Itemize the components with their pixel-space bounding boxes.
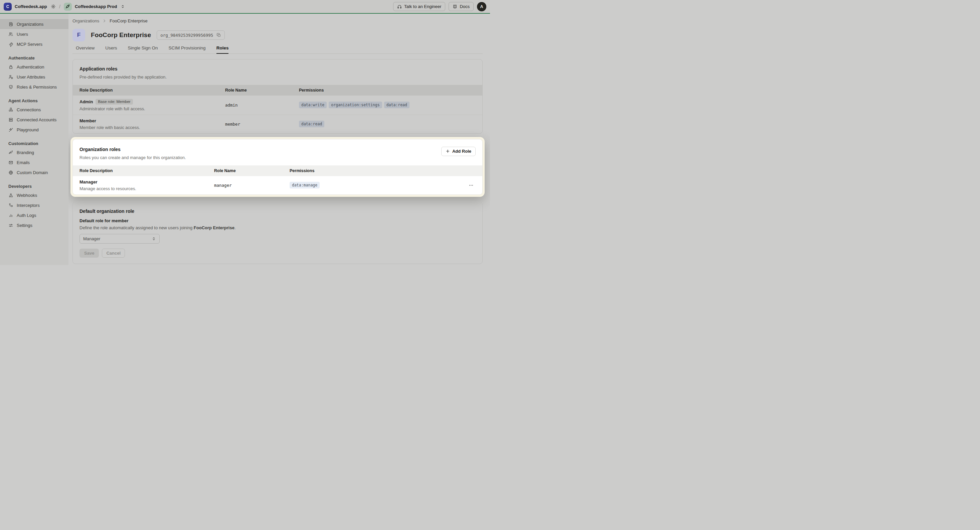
tab-users[interactable]: Users	[105, 45, 117, 54]
paintbrush-icon	[8, 150, 13, 155]
user-gear-icon	[8, 75, 13, 80]
application-roles-card: Application roles Pre-defined roles prov…	[73, 59, 483, 134]
add-role-button[interactable]: Add Role	[441, 147, 476, 156]
organization-roles-subtitle: Roles you can create and manage for this…	[80, 155, 186, 160]
sidebar-item-custom-domain[interactable]: Custom Domain	[0, 168, 68, 177]
sidebar-item-label: Interceptors	[17, 203, 40, 208]
org-header: F FooCorp Enterprise org_984925392999569…	[73, 29, 483, 42]
environment-switcher[interactable]: Coffeedeskapp Prod	[64, 3, 125, 11]
spotlight-ring: Organization roles Roles you can create …	[70, 137, 485, 197]
talk-to-engineer-button[interactable]: Talk to an Engineer	[393, 2, 445, 11]
sidebar-item-roles-permissions[interactable]: Roles & Permissions	[0, 82, 68, 92]
sidebar-item-label: Organizations	[17, 22, 43, 27]
globe-icon	[8, 170, 13, 175]
sidebar-item-connections[interactable]: Connections	[0, 105, 68, 115]
sidebar-item-label: User Attributes	[17, 75, 45, 80]
sidebar-item-connected-accounts[interactable]: Connected Accounts	[0, 115, 68, 125]
select-value: Manager	[83, 236, 100, 241]
page-title: FooCorp Enterprise	[91, 32, 151, 39]
sidebar-item-organizations[interactable]: Organizations	[0, 19, 68, 29]
sidebar-item-label: Webhooks	[17, 193, 37, 198]
sidebar-item-auth-logs[interactable]: Auth Logs	[0, 210, 68, 220]
sidebar-item-label: Connections	[17, 107, 41, 112]
add-role-label: Add Role	[452, 149, 471, 154]
sidebar-item-label: Emails	[17, 160, 30, 165]
accounts-icon	[8, 117, 13, 122]
tab-overview[interactable]: Overview	[76, 45, 94, 54]
role-slug: admin	[225, 102, 299, 108]
organization-roles-card: Organization roles Roles you can create …	[73, 139, 483, 195]
base-role-badge: Base role: Member	[95, 99, 133, 105]
plus-icon	[445, 149, 450, 153]
application-roles-subtitle: Pre-defined roles provided by the applic…	[80, 75, 476, 80]
webhook-icon	[8, 193, 13, 198]
sidebar-item-playground[interactable]: Playground	[0, 125, 68, 135]
role-slug: manager	[214, 183, 290, 188]
sidebar-item-label: Users	[17, 32, 28, 37]
default-role-card: Default organization role Default role f…	[73, 201, 483, 264]
role-description: Member role with basic access.	[80, 125, 225, 130]
sidebar-item-users[interactable]: Users	[0, 29, 68, 39]
org-name-bold: FooCorp Enterprise	[194, 225, 234, 230]
role-description: Manage access to resources.	[80, 186, 214, 191]
default-role-title: Default organization role	[80, 209, 476, 214]
app-switcher[interactable]: C Coffeedesk.app	[4, 3, 56, 11]
gear-icon[interactable]	[51, 4, 56, 9]
table-row-member: Member Member role with basic access. me…	[73, 115, 482, 133]
table-row-admin: Admin Base role: Member Administrator ro…	[73, 96, 482, 115]
users-icon	[8, 32, 13, 37]
org-id-chip: org_98492539299956995	[157, 30, 225, 40]
sidebar-item-label: Roles & Permissions	[17, 85, 57, 89]
sparkles-icon	[8, 127, 13, 132]
mcp-servers-icon	[8, 42, 13, 47]
default-role-select[interactable]: Manager	[80, 234, 160, 244]
tab-single-sign-on[interactable]: Single Sign On	[128, 45, 158, 54]
sidebar-section-authenticate: Authenticate	[0, 54, 68, 62]
org-avatar: F	[73, 29, 85, 42]
sidebar-item-settings[interactable]: Settings	[0, 220, 68, 230]
sidebar-item-interceptors[interactable]: Interceptors	[0, 200, 68, 210]
sidebar-item-mcp-servers[interactable]: MCP Servers	[0, 39, 68, 49]
copy-icon[interactable]	[216, 33, 221, 37]
app-name: Coffeedesk.app	[15, 4, 47, 9]
sidebar-item-label: Connected Accounts	[17, 117, 56, 122]
sidebar-item-webhooks[interactable]: Webhooks	[0, 190, 68, 200]
default-role-description: Define the role automatically assigned t…	[80, 225, 476, 230]
rocket-icon	[64, 3, 72, 11]
application-roles-title: Application roles	[80, 66, 476, 72]
tab-scim-provisioning[interactable]: SCIM Provisioning	[169, 45, 206, 54]
tab-roles[interactable]: Roles	[216, 45, 229, 54]
organization-roles-title: Organization roles	[80, 147, 186, 152]
shield-check-icon	[8, 85, 13, 89]
sidebar-section-agent-actions: Agent Actions	[0, 97, 68, 105]
breadcrumb-organizations[interactable]: Organizations	[73, 18, 99, 23]
column-permissions: Permissions	[299, 88, 476, 93]
talk-to-engineer-label: Talk to an Engineer	[404, 4, 441, 9]
topbar: C Coffeedesk.app / Coffeedeskapp Prod	[0, 0, 490, 13]
role-slug: member	[225, 121, 299, 127]
headphones-icon	[397, 4, 402, 9]
sidebar-item-emails[interactable]: Emails	[0, 157, 68, 168]
role-name-text: Manager	[80, 179, 97, 184]
permission-chip: organization:settings	[329, 102, 382, 108]
sidebar-item-label: Settings	[17, 223, 32, 228]
envelope-icon	[8, 160, 13, 165]
user-avatar[interactable]: A	[477, 2, 486, 11]
row-menu-icon[interactable]	[467, 182, 476, 189]
sidebar-item-authentication[interactable]: Authentication	[0, 62, 68, 72]
sidebar-item-branding[interactable]: Branding	[0, 147, 68, 157]
save-button[interactable]: Save	[80, 249, 99, 258]
table-row-manager: Manager Manage access to resources. mana…	[73, 176, 482, 195]
permission-chip: data:read	[299, 121, 325, 127]
column-role-name: Role Name	[225, 88, 299, 93]
role-description: Administrator role with full access.	[80, 106, 225, 111]
column-permissions: Permissions	[290, 168, 456, 173]
permission-chip: data:write	[299, 102, 327, 108]
docs-button[interactable]: Docs	[449, 2, 474, 11]
sidebar-item-user-attributes[interactable]: User Attributes	[0, 72, 68, 82]
sidebar-item-label: Authentication	[17, 64, 44, 70]
cancel-button[interactable]: Cancel	[102, 249, 125, 258]
lock-icon	[8, 64, 13, 70]
bar-chart-icon	[8, 213, 13, 218]
building-icon	[8, 22, 13, 27]
